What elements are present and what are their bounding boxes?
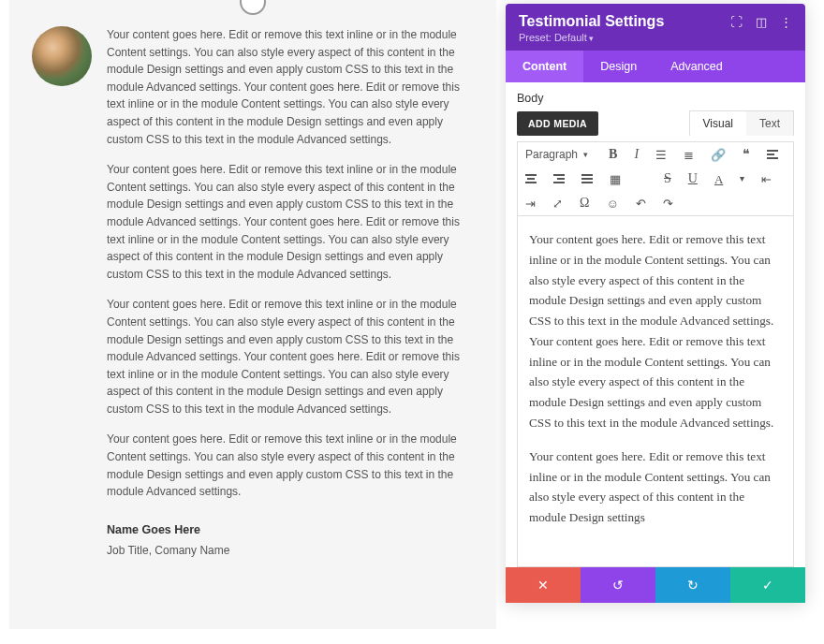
action-bar: ✕ ↺ ↻ ✓ [506, 567, 805, 603]
testimonial-para[interactable]: Your content goes here. Edit or remove t… [107, 161, 474, 283]
panel-body: Body ADD MEDIA Visual Text Paragraph ▾ B… [506, 82, 805, 567]
text-color-icon[interactable]: A [714, 173, 723, 185]
testimonial-preview: ” Your content goes here. Edit or remove… [9, 0, 496, 629]
author-name: Name Goes Here [107, 521, 474, 539]
undo-icon[interactable]: ↶ [636, 198, 646, 210]
body-label: Body [517, 92, 794, 105]
testimonial-para[interactable]: Your content goes here. Edit or remove t… [107, 26, 474, 148]
align-center-icon[interactable] [525, 174, 537, 183]
snap-icon[interactable]: ◫ [756, 15, 767, 29]
undo-button[interactable]: ↺ [581, 567, 655, 603]
add-media-button[interactable]: ADD MEDIA [517, 111, 598, 136]
avatar [32, 26, 92, 86]
format-select[interactable]: Paragraph ▾ [525, 148, 592, 161]
panel-tabs: Content Design Advanced [506, 51, 805, 82]
tab-content[interactable]: Content [506, 51, 583, 82]
editor-textarea[interactable]: Your content goes here. Edit or remove t… [517, 215, 794, 567]
panel-title: Testimonial Settings [519, 13, 664, 30]
special-char-icon[interactable]: Ω [580, 197, 589, 210]
link-icon[interactable]: 🔗 [711, 149, 726, 161]
fullscreen-icon[interactable]: ⤢ [552, 198, 563, 210]
preset-label: Preset: Default [519, 32, 587, 43]
author-job: Job Title, Comany Name [107, 542, 474, 560]
chevron-down-icon[interactable]: ▾ [740, 174, 744, 183]
editor-tab-visual[interactable]: Visual [690, 111, 746, 136]
settings-panel: Testimonial Settings ⛶ ◫ ⋮ Preset: Defau… [506, 4, 805, 603]
number-list-icon[interactable]: ≣ [684, 149, 694, 161]
save-button[interactable]: ✓ [730, 567, 805, 603]
align-right-icon[interactable] [553, 174, 565, 183]
testimonial-text[interactable]: Your content goes here. Edit or remove t… [107, 26, 474, 560]
expand-icon[interactable]: ⛶ [730, 15, 743, 29]
align-justify-icon[interactable] [581, 174, 593, 183]
chevron-down-icon: ▾ [583, 150, 588, 159]
preset-select[interactable]: Preset: Default▾ [519, 32, 792, 43]
underline-icon[interactable]: U [688, 172, 698, 185]
format-select-label: Paragraph [525, 148, 578, 161]
tab-advanced[interactable]: Advanced [654, 51, 740, 82]
quote-icon: ” [240, 0, 266, 15]
testimonial-para[interactable]: Your content goes here. Edit or remove t… [107, 296, 474, 417]
cancel-button[interactable]: ✕ [506, 567, 581, 603]
bullet-list-icon[interactable]: ☰ [655, 149, 667, 161]
editor-paragraph[interactable]: Your content goes here. Edit or remove t… [529, 446, 782, 528]
italic-icon[interactable]: I [634, 148, 639, 161]
table-icon[interactable]: ▦ [610, 173, 621, 185]
outdent-icon[interactable]: ⇤ [761, 173, 772, 185]
tab-design[interactable]: Design [583, 51, 654, 82]
editor-toolbar: Paragraph ▾ B I ☰ ≣ 🔗 ❝ ▦ S U A ▾ ⇤ ⇥ ⤢ [517, 141, 794, 215]
indent-icon[interactable]: ⇥ [525, 198, 536, 210]
panel-header[interactable]: Testimonial Settings ⛶ ◫ ⋮ Preset: Defau… [506, 4, 805, 51]
chevron-down-icon: ▾ [589, 34, 594, 43]
testimonial-para[interactable]: Your content goes here. Edit or remove t… [107, 431, 474, 500]
bold-icon[interactable]: B [609, 148, 617, 161]
strikethrough-icon[interactable]: S [664, 172, 671, 185]
redo-icon[interactable]: ↷ [663, 198, 673, 210]
editor-paragraph[interactable]: Your content goes here. Edit or remove t… [529, 229, 782, 433]
editor-mode-tabs: Visual Text [689, 110, 794, 136]
align-left-icon[interactable] [767, 150, 778, 159]
editor-tab-text[interactable]: Text [746, 111, 793, 136]
blockquote-icon[interactable]: ❝ [743, 148, 750, 161]
redo-button[interactable]: ↻ [655, 567, 730, 603]
emoji-icon[interactable]: ☺ [606, 198, 618, 210]
more-icon[interactable]: ⋮ [780, 15, 792, 29]
